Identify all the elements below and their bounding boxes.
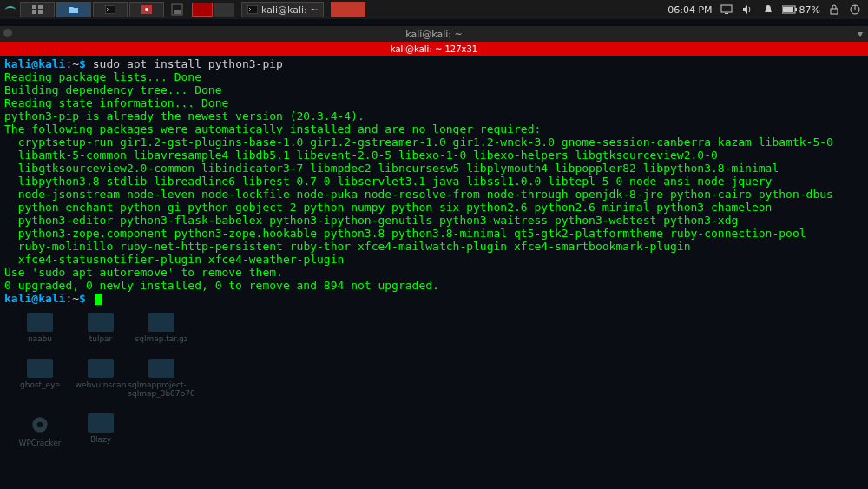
terminal-output-line: Building dependency tree... Done [4,83,864,96]
svg-rect-11 [725,13,728,14]
taskbar-app-recorder[interactable] [129,2,164,17]
desktop-icon[interactable]: Blazy [73,413,128,447]
terminal-output-line: Use 'sudo apt autoremove' to remove them… [4,266,864,279]
close-icon[interactable] [3,29,12,37]
svg-rect-15 [831,9,838,14]
recording-indicator[interactable] [331,2,365,17]
desktop-icon[interactable]: sqlmapproject-sqlmap_3b07b70 [134,359,189,398]
prompt-path: ~ [72,57,79,70]
taskbar-app-terminal[interactable] [93,2,128,17]
clock[interactable]: 06:04 PM [667,4,712,16]
terminal-output-line: ruby-molinillo ruby-net-http-persistent … [4,240,864,253]
terminal-window: kali@kali: ~ ▾ kali@kali: ~ 127x31 kali@… [0,26,868,307]
prompt-user: kali [4,292,31,305]
taskbar-window-label: kali@kali: ~ [261,4,318,16]
taskbar-app-1[interactable] [20,2,55,17]
taskbar-window-button[interactable]: kali@kali: ~ [241,2,324,17]
prompt-at: @ [31,57,38,70]
terminal-output-line: libgtksourceview2.0-common libindicator3… [4,162,864,175]
screen-icon[interactable] [720,3,733,17]
prompt-user: kali [4,57,31,70]
terminal-output-line: python-enchant python-gi python-gobject-… [4,201,864,214]
power-icon[interactable] [848,3,862,17]
svg-rect-10 [721,5,732,12]
desktop-icon[interactable]: tulpar [73,313,128,343]
desktop-icon-label: ghost_eye [20,380,60,389]
terminal-output-line: node-jsonstream node-leven node-lockfile… [4,188,864,201]
desktop-icon-label: Blazy [90,435,111,444]
terminal-output-line: python3-zope.component python3-zope.hook… [4,227,864,240]
svg-rect-8 [174,10,181,14]
svg-rect-9 [247,5,258,14]
terminal-title: kali@kali: ~ [405,29,462,40]
desktop-icon-label: webvulnscan [76,380,127,389]
lock-icon[interactable] [827,3,841,17]
kali-menu-icon[interactable] [3,2,18,17]
terminal-output-line: Reading package lists... Done [4,70,864,83]
svg-rect-3 [38,10,43,14]
terminal-tab-label: kali@kali: ~ 127x31 [391,44,477,54]
prompt-at: @ [31,292,38,305]
terminal-output-line: python3-editor python3-flask-babelex pyt… [4,214,864,227]
terminal-tab[interactable]: kali@kali: ~ 127x31 [0,42,868,56]
svg-rect-13 [795,8,797,11]
desktop-icon-label: naabu [28,334,52,343]
svg-rect-4 [105,5,115,14]
prompt-host: kali [38,57,65,70]
svg-point-19 [37,422,43,428]
desktop-icon[interactable]: webvulnscan [73,359,128,398]
terminal-content[interactable]: kali@kali:~$ sudo apt install python3-pi… [0,56,868,307]
volume-icon[interactable] [740,3,754,17]
svg-point-6 [145,8,148,11]
desktop-icon-label: tulpar [89,334,113,343]
terminal-output-line: libpython3.8-stdlib libreadline6 librest… [4,175,864,188]
terminal-output-line: Reading state information... Done [4,96,864,109]
desktop-icon[interactable]: sqlmap.tar.gz [134,313,189,343]
terminal-command: sudo apt install python3-pip [93,57,283,70]
show-desktop-icon[interactable] [169,2,185,17]
prompt-path: ~ [72,292,79,305]
terminal-cursor [95,294,102,305]
desktop-icons: naabutulparsqlmap.tar.gzghost_eyewebvuln… [12,313,189,447]
terminal-output-line: python3-pip is already the newest versio… [4,109,864,122]
svg-rect-1 [38,5,43,9]
terminal-output-line: xfce4-statusnotifier-plugin xfce4-weathe… [4,253,864,266]
taskbar-app-files[interactable] [56,2,91,17]
terminal-output-line: 0 upgraded, 0 newly installed, 0 to remo… [4,279,864,292]
notification-icon[interactable] [761,3,775,17]
terminal-output-line: cryptsetup-run gir1.2-gst-plugins-base-1… [4,135,864,149]
prompt-dollar: $ [79,57,86,70]
desktop-icon[interactable]: naabu [12,313,68,343]
desktop-icon-label: WPCracker [19,439,62,447]
desktop-icon-label: sqlmapproject-sqlmap_3b07b70 [128,380,194,398]
battery-indicator[interactable]: 87% [782,4,820,16]
battery-percent: 87% [799,4,820,16]
svg-rect-14 [783,7,793,12]
terminal-menu-icon[interactable]: ▾ [858,28,863,40]
svg-point-18 [32,417,47,432]
desktop-icon-label: sqlmap.tar.gz [135,334,188,343]
desktop-icon[interactable]: ghost_eye [12,359,68,398]
svg-rect-2 [32,10,36,14]
prompt-dollar: $ [79,292,86,305]
workspace-switcher[interactable] [192,3,234,17]
terminal-titlebar[interactable]: kali@kali: ~ ▾ [0,26,868,42]
svg-rect-0 [32,5,36,9]
terminal-output-line: The following packages were automaticall… [4,122,864,135]
workspace-1[interactable] [192,3,213,17]
desktop-icon[interactable]: WPCracker [12,413,68,447]
workspace-2[interactable] [214,3,234,17]
prompt-host: kali [38,292,65,305]
taskbar: kali@kali: ~ 06:04 PM 87% [0,0,868,19]
terminal-output-line: libamtk-5-common libavresample4 libdb5.1… [4,149,864,162]
